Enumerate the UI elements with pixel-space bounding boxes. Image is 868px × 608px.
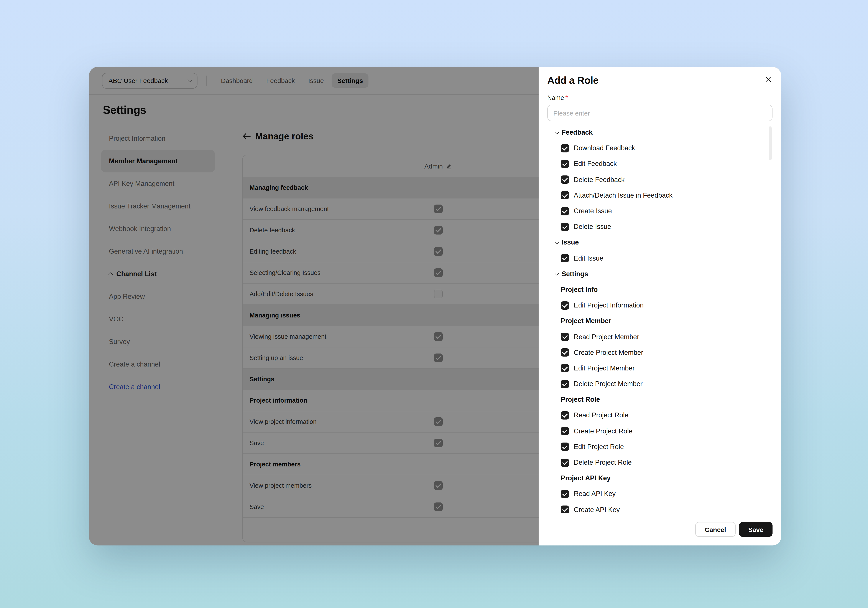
checkbox-checked[interactable] [561,160,569,168]
permission-list: FeedbackDownload FeedbackEdit FeedbackDe… [547,124,772,513]
checkbox-checked[interactable] [561,222,569,231]
checkbox-checked[interactable] [561,207,569,215]
add-role-drawer: Add a Role Name* FeedbackDownload Feedba… [539,67,781,546]
checkbox-checked[interactable] [561,490,569,498]
permission-heading-label: Project Member [561,317,611,325]
permission-label: Edit Project Information [574,302,643,309]
role-name-input[interactable] [547,105,772,121]
drawer-title: Add a Role [547,75,598,86]
checkbox-checked[interactable] [561,411,569,420]
permission-item-create-project-member[interactable]: Create Project Member [547,345,772,360]
permission-item-edit-project-information[interactable]: Edit Project Information [547,297,772,313]
permission-label: Edit Project Member [574,364,635,372]
permission-heading-label: Project API Key [561,474,611,482]
permission-item-edit-project-role[interactable]: Edit Project Role [547,439,772,455]
permission-label: Create Project Member [574,348,643,356]
checkbox-checked[interactable] [561,505,569,513]
close-icon[interactable] [765,76,772,82]
permission-label: Edit Issue [574,254,603,262]
permission-subheading-project-info: Project Info [547,282,772,297]
checkbox-checked[interactable] [561,459,569,466]
checkbox-checked[interactable] [561,301,569,309]
permission-group-issue[interactable]: Issue [547,235,772,250]
permission-subheading-project-role: Project Role [547,392,772,407]
checkbox-checked[interactable] [561,364,569,372]
permission-item-download-feedback[interactable]: Download Feedback [547,140,772,156]
permission-label: Read Project Role [574,412,628,419]
permission-item-delete-feedback[interactable]: Delete Feedback [547,172,772,187]
permission-label: Create API Key [574,506,620,513]
checkbox-checked[interactable] [561,191,569,199]
save-button[interactable]: Save [739,522,772,537]
checkbox-checked[interactable] [561,443,569,451]
permission-label: Create Issue [574,207,612,215]
permission-label: Edit Project Role [574,443,624,451]
checkbox-checked[interactable] [561,144,569,152]
permission-label: Edit Feedback [574,160,617,168]
permission-group-feedback[interactable]: Feedback [547,124,772,140]
chevron-down-icon [555,239,560,244]
permission-item-edit-feedback[interactable]: Edit Feedback [547,156,772,172]
app-window: ABC User Feedback DashboardFeedbackIssue… [89,67,781,546]
permission-item-read-api-key[interactable]: Read API Key [547,486,772,502]
permission-label: Read Project Member [574,333,639,341]
permission-item-create-api-key[interactable]: Create API Key [547,502,772,513]
chevron-down-icon [555,129,560,134]
permission-item-edit-issue[interactable]: Edit Issue [547,250,772,266]
checkbox-checked[interactable] [561,254,569,262]
cancel-button[interactable]: Cancel [695,522,736,537]
permission-label: Download Feedback [574,145,635,152]
permission-item-create-issue[interactable]: Create Issue [547,203,772,219]
permission-heading-label: Settings [562,270,588,278]
permission-label: Delete Project Role [574,459,632,466]
permission-item-delete-project-role[interactable]: Delete Project Role [547,455,772,470]
checkbox-checked[interactable] [561,333,569,341]
permission-item-read-project-member[interactable]: Read Project Member [547,329,772,345]
scrollbar-thumb[interactable] [769,126,772,160]
permission-heading-label: Project Info [561,286,598,294]
checkbox-checked[interactable] [561,427,569,435]
permission-item-attach-detach-issue-in-feedback[interactable]: Attach/Detach Issue in Feedback [547,188,772,203]
chevron-down-icon [555,271,560,276]
checkbox-checked[interactable] [561,348,569,356]
permission-label: Delete Feedback [574,176,625,183]
name-label: Name* [547,94,772,101]
permission-label: Delete Issue [574,223,611,231]
permission-subheading-project-member: Project Member [547,313,772,329]
permission-label: Attach/Detach Issue in Feedback [574,191,673,199]
page: ABC User Feedback DashboardFeedbackIssue… [0,0,868,608]
drawer-footer: Cancel Save [695,522,773,537]
permission-item-delete-issue[interactable]: Delete Issue [547,219,772,235]
drawer-header: Add a Role [547,75,772,86]
permission-subheading-project-api-key: Project API Key [547,470,772,486]
permission-item-create-project-role[interactable]: Create Project Role [547,423,772,439]
checkbox-checked[interactable] [561,380,569,388]
checkbox-checked[interactable] [561,176,569,184]
permission-label: Read API Key [574,490,615,498]
permission-item-delete-project-member[interactable]: Delete Project Member [547,376,772,392]
permission-heading-label: Feedback [562,129,593,136]
permission-label: Delete Project Member [574,380,643,388]
permission-item-edit-project-member[interactable]: Edit Project Member [547,361,772,376]
required-marker: * [565,94,568,101]
permission-heading-label: Issue [562,239,579,246]
permission-label: Create Project Role [574,427,632,435]
permission-group-settings[interactable]: Settings [547,266,772,281]
permission-item-read-project-role[interactable]: Read Project Role [547,407,772,423]
permission-heading-label: Project Role [561,396,600,404]
